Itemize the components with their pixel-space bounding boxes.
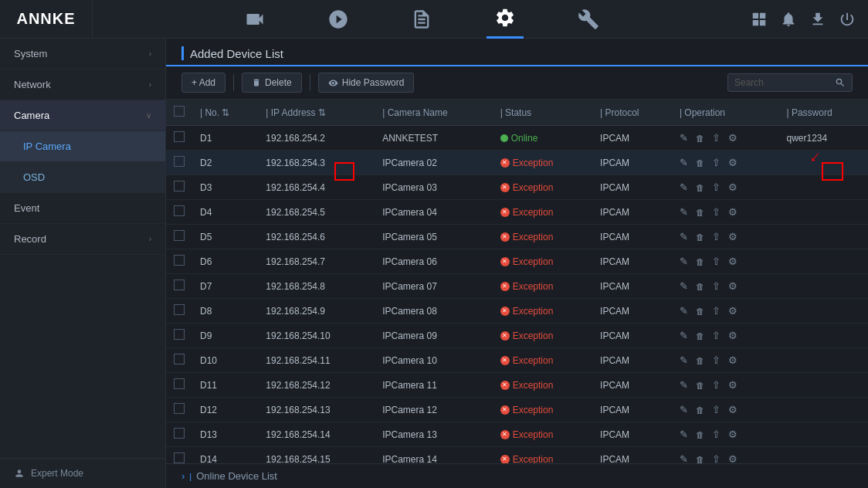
row-checkbox[interactable] bbox=[174, 230, 185, 241]
settings-icon[interactable]: ⚙ bbox=[728, 256, 737, 267]
delete-icon[interactable]: 🗑 bbox=[696, 232, 704, 242]
upload-icon[interactable]: ⇧ bbox=[712, 305, 721, 317]
online-device-list-section[interactable]: › | Online Device List bbox=[166, 463, 868, 488]
upload-icon[interactable]: ⇧ bbox=[712, 181, 721, 193]
settings-icon[interactable]: ⚙ bbox=[728, 429, 737, 440]
row-ip: 192.168.254.15 bbox=[258, 447, 375, 464]
settings-icon[interactable]: ⚙ bbox=[728, 181, 737, 193]
row-checkbox[interactable] bbox=[174, 329, 185, 340]
upload-icon[interactable]: ⇧ bbox=[712, 330, 721, 341]
settings-icon[interactable]: ⚙ bbox=[728, 404, 737, 415]
edit-icon[interactable]: ✎ bbox=[680, 429, 688, 440]
settings-icon[interactable]: ⚙ bbox=[728, 330, 737, 341]
row-protocol: IPCAM bbox=[592, 348, 672, 373]
row-checkbox[interactable] bbox=[174, 378, 185, 389]
sidebar-item-ip-camera[interactable]: IP Camera bbox=[0, 131, 165, 162]
sidebar-item-system[interactable]: System › bbox=[0, 39, 165, 69]
settings-icon[interactable]: ⚙ bbox=[728, 132, 737, 144]
edit-icon[interactable]: ✎ bbox=[680, 181, 688, 193]
delete-icon[interactable]: 🗑 bbox=[696, 331, 704, 341]
delete-icon[interactable]: 🗑 bbox=[696, 158, 704, 168]
upload-icon[interactable]: ⇧ bbox=[712, 280, 721, 292]
delete-icon[interactable]: 🗑 bbox=[696, 356, 704, 365]
delete-icon[interactable]: 🗑 bbox=[696, 381, 704, 390]
edit-icon[interactable]: ✎ bbox=[680, 231, 688, 242]
row-checkbox[interactable] bbox=[174, 403, 185, 414]
edit-icon[interactable]: ✎ bbox=[680, 280, 688, 292]
settings-icon[interactable]: ⚙ bbox=[728, 231, 737, 242]
row-camera-name: IPCamera 04 bbox=[375, 200, 492, 225]
expert-mode-button[interactable]: Expert Mode bbox=[0, 458, 165, 488]
nav-camera[interactable] bbox=[236, 0, 273, 39]
sidebar-item-event[interactable]: Event bbox=[0, 193, 165, 224]
nav-settings[interactable] bbox=[487, 0, 524, 39]
download-icon[interactable] bbox=[809, 11, 826, 28]
row-checkbox[interactable] bbox=[174, 280, 185, 290]
edit-icon[interactable]: ✎ bbox=[680, 330, 688, 341]
upload-icon[interactable]: ⇧ bbox=[712, 157, 721, 168]
row-checkbox[interactable] bbox=[174, 304, 185, 315]
row-ip: 192.168.254.6 bbox=[258, 225, 375, 249]
settings-icon[interactable]: ⚙ bbox=[728, 157, 737, 168]
delete-icon[interactable]: 🗑 bbox=[696, 455, 704, 464]
nav-tools[interactable] bbox=[570, 0, 607, 39]
row-checkbox[interactable] bbox=[174, 428, 185, 439]
delete-icon[interactable]: 🗑 bbox=[696, 134, 704, 143]
edit-icon[interactable]: ✎ bbox=[680, 206, 688, 218]
search-box[interactable] bbox=[727, 73, 853, 92]
edit-icon[interactable]: ✎ bbox=[680, 157, 688, 168]
delete-icon[interactable]: 🗑 bbox=[696, 257, 704, 266]
power-icon[interactable] bbox=[839, 11, 856, 28]
grid-icon[interactable] bbox=[751, 11, 768, 28]
delete-button[interactable]: Delete bbox=[242, 73, 302, 93]
hide-password-button[interactable]: Hide Password bbox=[318, 73, 415, 93]
delete-icon[interactable]: 🗑 bbox=[696, 183, 704, 192]
sidebar-item-camera[interactable]: Camera ∨ bbox=[0, 100, 165, 131]
edit-icon[interactable]: ✎ bbox=[680, 354, 688, 366]
sidebar-item-osd[interactable]: OSD bbox=[0, 162, 165, 193]
delete-icon[interactable]: 🗑 bbox=[696, 208, 704, 217]
delete-icon[interactable]: 🗑 bbox=[696, 282, 704, 291]
edit-icon[interactable]: ✎ bbox=[680, 132, 688, 144]
upload-icon[interactable]: ⇧ bbox=[712, 132, 721, 144]
row-checkbox[interactable] bbox=[174, 131, 185, 142]
edit-icon[interactable]: ✎ bbox=[680, 453, 688, 463]
settings-icon[interactable]: ⚙ bbox=[728, 206, 737, 218]
settings-icon[interactable]: ⚙ bbox=[728, 453, 737, 463]
upload-icon[interactable]: ⇧ bbox=[712, 404, 721, 415]
edit-icon[interactable]: ✎ bbox=[680, 404, 688, 415]
nav-playback[interactable] bbox=[320, 0, 357, 39]
delete-icon[interactable]: 🗑 bbox=[696, 307, 704, 316]
row-checkbox[interactable] bbox=[174, 205, 185, 216]
settings-icon[interactable]: ⚙ bbox=[728, 280, 737, 292]
header-checkbox[interactable] bbox=[174, 106, 185, 117]
settings-icon[interactable]: ⚙ bbox=[728, 379, 737, 391]
upload-icon[interactable]: ⇧ bbox=[712, 231, 721, 242]
edit-icon[interactable]: ✎ bbox=[680, 256, 688, 267]
delete-icon[interactable]: 🗑 bbox=[696, 430, 704, 439]
upload-icon[interactable]: ⇧ bbox=[712, 379, 721, 391]
device-table: | No. ⇅ | IP Address ⇅ | Camera Name | S… bbox=[166, 100, 868, 463]
settings-icon[interactable]: ⚙ bbox=[728, 305, 737, 317]
row-checkbox[interactable] bbox=[174, 354, 185, 364]
sidebar-item-network[interactable]: Network › bbox=[0, 69, 165, 100]
sidebar-item-record[interactable]: Record › bbox=[0, 224, 165, 255]
delete-icon[interactable]: 🗑 bbox=[696, 405, 704, 415]
upload-icon[interactable]: ⇧ bbox=[712, 354, 721, 366]
upload-icon[interactable]: ⇧ bbox=[712, 206, 721, 218]
edit-icon[interactable]: ✎ bbox=[680, 305, 688, 317]
row-checkbox[interactable] bbox=[174, 255, 185, 266]
nav-search[interactable] bbox=[403, 0, 440, 39]
upload-icon[interactable]: ⇧ bbox=[712, 429, 721, 440]
edit-icon[interactable]: ✎ bbox=[680, 379, 688, 391]
add-button[interactable]: + Add bbox=[181, 73, 225, 93]
upload-icon[interactable]: ⇧ bbox=[712, 256, 721, 267]
row-checkbox[interactable] bbox=[174, 156, 185, 167]
device-table-container[interactable]: | No. ⇅ | IP Address ⇅ | Camera Name | S… bbox=[166, 100, 868, 463]
bell-icon[interactable] bbox=[780, 11, 797, 28]
search-input[interactable] bbox=[734, 77, 835, 88]
upload-icon[interactable]: ⇧ bbox=[712, 453, 721, 463]
settings-icon[interactable]: ⚙ bbox=[728, 354, 737, 366]
row-checkbox[interactable] bbox=[174, 181, 185, 191]
row-checkbox[interactable] bbox=[174, 452, 185, 463]
